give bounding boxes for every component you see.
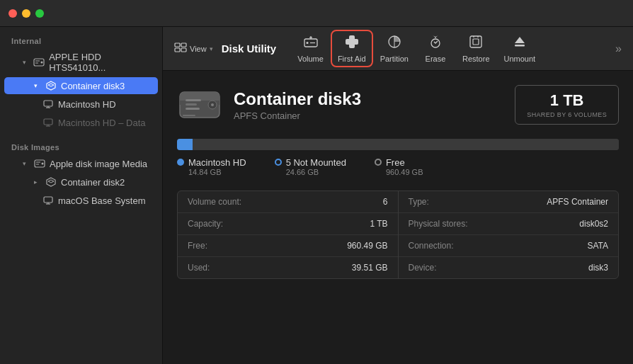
disk-subtitle: APFS Container <box>234 110 503 121</box>
info-key-device: Device: <box>409 263 437 273</box>
info-key-volume-count: Volume count: <box>188 197 241 207</box>
partition-seg-free <box>193 139 619 150</box>
svg-rect-34 <box>515 45 525 47</box>
toolbar-more-button[interactable]: » <box>610 40 627 58</box>
sidebar-item-macos-base[interactable]: macOS Base System <box>4 192 158 209</box>
svg-rect-14 <box>44 197 52 203</box>
maximize-button[interactable] <box>35 9 44 18</box>
svg-point-11 <box>42 163 44 165</box>
legend-size-macintosh: 14.84 GB <box>188 168 246 176</box>
partition-bar <box>177 139 619 150</box>
minimize-button[interactable] <box>22 9 30 18</box>
container2-icon <box>45 176 57 188</box>
disk-size-box: 1 TB SHARED BY 6 VOLUMES <box>515 85 619 125</box>
toolbar-first-aid-button[interactable]: First Aid <box>331 30 373 67</box>
info-row-connection: Connection: SATA <box>399 235 619 257</box>
restore-icon <box>468 34 484 52</box>
svg-rect-20 <box>181 48 186 52</box>
volume-toolbar-icon <box>303 34 319 52</box>
svg-rect-32 <box>473 39 479 45</box>
legend-item-macintosh: Macintosh HD 14.84 GB <box>177 157 246 176</box>
info-val-free: 960.49 GB <box>347 241 387 251</box>
view-button[interactable]: View ▾ <box>169 40 219 58</box>
volume-legend: Macintosh HD 14.84 GB 5 Not Mounted 24.6… <box>177 157 619 176</box>
sidebar-item-container-disk2[interactable]: Container disk2 <box>4 174 158 190</box>
unmount-icon <box>512 34 528 52</box>
svg-rect-17 <box>175 43 180 47</box>
legend-size-free: 960.49 GB <box>386 168 423 176</box>
sidebar-item-container-disk3-label: Container disk3 <box>61 81 125 91</box>
svg-rect-19 <box>175 48 180 52</box>
disk-title: Container disk3 <box>234 89 503 109</box>
disk-header-info: Container disk3 APFS Container <box>234 89 503 121</box>
content-panel: Container disk3 APFS Container 1 TB SHAR… <box>163 71 633 364</box>
sidebar-item-container-disk2-label: Container disk2 <box>61 177 125 188</box>
toolbar-first-aid-label: First Aid <box>338 55 366 63</box>
close-button[interactable] <box>8 9 17 18</box>
legend-item-not-mounted: 5 Not Mounted 24.66 GB <box>275 157 346 176</box>
info-row-device: Device: disk3 <box>399 257 619 278</box>
toolbar-unmount-label: Unmount <box>504 55 536 63</box>
toolbar-volume-button[interactable]: Volume <box>290 30 331 67</box>
svg-rect-40 <box>186 99 201 101</box>
info-key-connection: Connection: <box>409 241 454 251</box>
toolbar-unmount-button[interactable]: Unmount <box>497 30 543 67</box>
sidebar-item-container-disk3[interactable]: Container disk3 <box>4 77 158 94</box>
info-col-right: Type: APFS Container Physical stores: di… <box>399 191 619 278</box>
sidebar-item-apple-disk-image-label: Apple disk image Media <box>50 159 147 169</box>
toolbar-view-label: View <box>190 45 207 53</box>
partition-icon <box>387 34 402 52</box>
info-val-type: APFS Container <box>547 197 608 207</box>
info-grid: Volume count: 6 Capacity: 1 TB Free: 960… <box>177 190 619 279</box>
sidebar-item-apple-disk-image[interactable]: Apple disk image Media <box>4 155 158 172</box>
chevron-icon <box>34 82 41 89</box>
toolbar-view-chevron: ▾ <box>210 45 213 52</box>
toolbar-partition-button[interactable]: Partition <box>373 30 416 67</box>
legend-name-not-mounted: 5 Not Mounted <box>286 157 346 168</box>
toolbar-erase-button[interactable]: Erase <box>416 30 455 67</box>
volume-dimmed-icon <box>42 117 54 128</box>
info-val-physical-stores: disk0s2 <box>579 219 608 229</box>
title-bar <box>0 0 633 27</box>
main-content: View ▾ Disk Utility Volume <box>163 27 633 364</box>
base-volume-icon <box>42 195 54 206</box>
info-key-capacity: Capacity: <box>188 219 223 229</box>
disk-image-icon <box>34 158 45 169</box>
info-key-physical-stores: Physical stores: <box>409 219 468 229</box>
sidebar-section-internal: Internal <box>0 33 162 48</box>
info-row-free: Free: 960.49 GB <box>178 235 398 257</box>
legend-name-free: Free <box>386 157 423 168</box>
sidebar-item-macintosh-hd-data[interactable]: Macintosh HD – Data <box>4 114 158 131</box>
legend-size-not-mounted: 24.66 GB <box>286 168 346 176</box>
toolbar-restore-label: Restore <box>462 55 490 63</box>
erase-icon <box>428 34 443 52</box>
sidebar-item-macos-base-label: macOS Base System <box>58 195 146 206</box>
chevron-icon <box>23 59 29 66</box>
sidebar-item-apple-hdd[interactable]: APPLE HDD HTS541010... <box>4 49 158 76</box>
chevron-icon <box>23 160 30 167</box>
info-key-type: Type: <box>409 197 429 207</box>
container-icon <box>45 80 57 91</box>
info-key-free: Free: <box>188 241 207 251</box>
disk-size-shared-note: SHARED BY 6 VOLUMES <box>527 111 607 118</box>
legend-dot-free <box>375 159 382 166</box>
legend-item-free: Free 960.49 GB <box>375 157 423 176</box>
first-aid-icon <box>344 34 360 52</box>
svg-rect-43 <box>183 115 195 116</box>
svg-rect-42 <box>186 108 200 110</box>
sidebar-item-macintosh-hd-label: Macintosh HD <box>58 99 116 110</box>
info-val-device: disk3 <box>588 263 608 273</box>
traffic-lights <box>8 9 44 18</box>
toolbar-erase-label: Erase <box>426 55 446 63</box>
svg-rect-7 <box>44 119 52 125</box>
svg-marker-33 <box>515 37 525 43</box>
toolbar-restore-button[interactable]: Restore <box>455 30 497 67</box>
info-val-connection: SATA <box>587 241 608 251</box>
info-row-volume-count: Volume count: 6 <box>178 191 398 213</box>
sidebar-item-macintosh-hd[interactable]: Macintosh HD <box>4 96 158 113</box>
svg-rect-31 <box>470 36 481 47</box>
info-row-type: Type: APFS Container <box>399 191 619 213</box>
svg-point-39 <box>211 103 214 106</box>
legend-dot-macintosh <box>177 159 184 166</box>
info-key-used: Used: <box>188 263 210 273</box>
